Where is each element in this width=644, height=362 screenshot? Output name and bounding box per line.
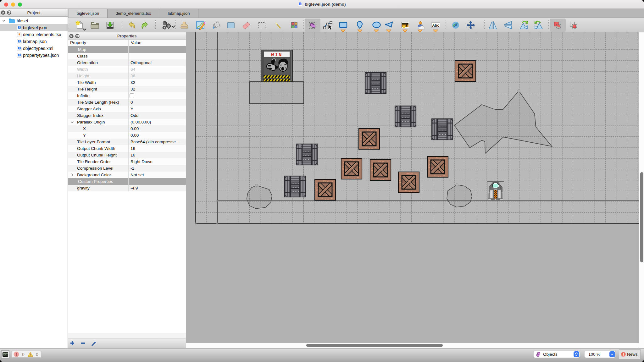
svg-text:i: i [19, 26, 20, 28]
svg-text:i: i [300, 3, 301, 5]
svg-text:!: ! [16, 352, 17, 357]
svg-text:!: ! [30, 353, 31, 357]
svg-text:WIN: WIN [271, 52, 282, 58]
svg-text:i: i [19, 47, 20, 49]
svg-text:0: 0 [22, 352, 25, 357]
svg-text:Abc: Abc [432, 23, 439, 28]
svg-text:0: 0 [36, 352, 38, 357]
svg-text:i: i [19, 54, 20, 56]
svg-text:!: ! [623, 353, 624, 356]
svg-text:i: i [19, 40, 20, 42]
